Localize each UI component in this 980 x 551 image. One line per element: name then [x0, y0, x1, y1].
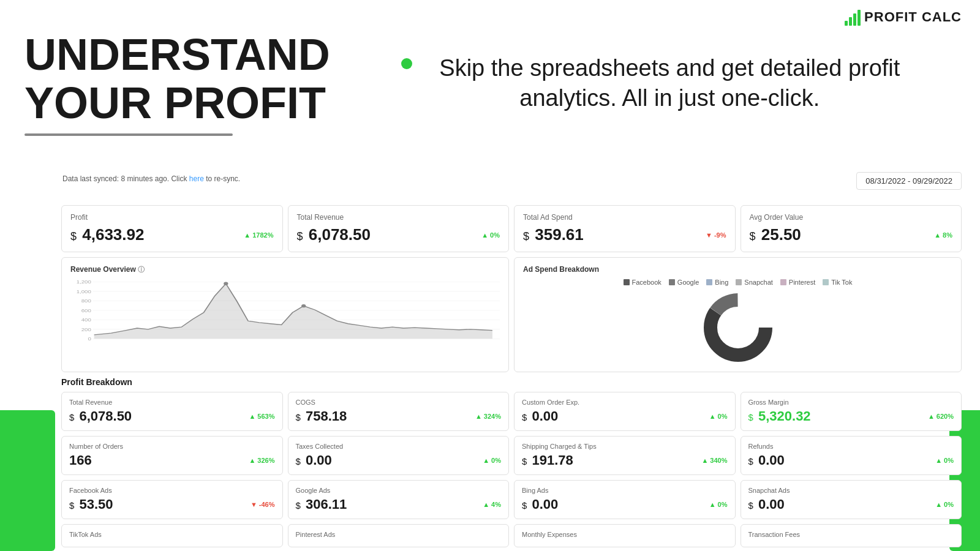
revenue-title: Revenue Overview ⓘ: [70, 265, 500, 274]
bc-refunds: Refunds $ 0.00 ▲ 0%: [741, 436, 962, 475]
hero-title-line2: YOUR PROFIT: [24, 78, 326, 127]
donut-chart: [701, 291, 775, 364]
bc-facebook-ads: Facebook Ads $ 53.50 ▼ -46%: [61, 480, 283, 519]
profit-badge: ▲ 1782%: [244, 231, 273, 239]
bc-tiktok-ads: TikTok Ads: [61, 524, 283, 547]
hero-title-line1: UNDERSTAND: [24, 30, 330, 79]
profit-breakdown-title: Profit Breakdown: [61, 377, 962, 387]
charts-row: Revenue Overview ⓘ 1,200 1,000 800: [61, 257, 962, 372]
stat-cards-row: Profit $ 4,633.92 ▲ 1782% Total Revenue …: [61, 205, 962, 252]
hero-left: UNDERSTAND YOUR PROFIT: [24, 31, 330, 136]
hero-bullet: Skip the spreadsheets and get detailed p…: [367, 53, 956, 114]
hero-section: UNDERSTAND YOUR PROFIT Skip the spreadsh…: [0, 0, 980, 148]
svg-point-15: [301, 304, 306, 307]
svg-text:200: 200: [81, 327, 91, 332]
stat-card-adspend: Total Ad Spend $ 359.61 ▼ -9%: [514, 205, 736, 252]
logo-bar-3: [853, 13, 856, 26]
svg-text:400: 400: [81, 317, 91, 323]
revenue-badge: ▲ 0%: [481, 231, 500, 239]
bc-snapchat-ads: Snapchat Ads $ 0.00 ▲ 0%: [741, 480, 962, 519]
bc-cogs: COGS $ 758.18 ▲ 324%: [288, 392, 510, 431]
stat-card-aov: Avg Order Value $ 25.50 ▲ 8%: [741, 205, 962, 252]
ad-legend: Facebook Google Bing Snapchat: [624, 279, 853, 286]
hero-underline: [24, 133, 233, 136]
legend-dot-pinterest: [780, 279, 786, 285]
revenue-label: Total Revenue: [297, 213, 500, 222]
ad-spend-title: Ad Spend Breakdown: [523, 265, 952, 274]
logo-bar-1: [845, 21, 848, 26]
legend-dot-tiktok: [823, 279, 829, 285]
bc-custom-order-exp: Custom Order Exp. $ 0.00 ▲ 0%: [514, 392, 736, 431]
bc-gross-margin: Gross Margin $ 5,320.32 ▲ 620%: [741, 392, 962, 431]
legend-dot-bing: [706, 279, 712, 285]
logo-icon: [845, 9, 861, 26]
bc-google-ads: Google Ads $ 306.11 ▲ 4%: [288, 480, 510, 519]
adspend-badge: ▼ -9%: [706, 231, 726, 239]
green-dot: [401, 58, 412, 69]
stat-card-revenue: Total Revenue $ 6,078.50 ▲ 0%: [288, 205, 510, 252]
breakdown-row-3: Facebook Ads $ 53.50 ▼ -46% Google Ads $…: [61, 480, 962, 519]
profit-currency: $: [70, 230, 77, 242]
profit-breakdown-section: Profit Breakdown Total Revenue $ 6,078.5…: [61, 377, 962, 547]
hero-right: Skip the spreadsheets and get detailed p…: [367, 53, 956, 114]
bc-taxes: Taxes Collected $ 0.00 ▲ 0%: [288, 436, 510, 475]
legend-label-facebook: Facebook: [632, 279, 662, 286]
donut-svg: [701, 291, 775, 364]
dashboard-area: Data last synced: 8 minutes ago. Click h…: [61, 174, 962, 551]
breakdown-row-2: Number of Orders 166 ▲ 326% Taxes Collec…: [61, 436, 962, 475]
revenue-chart-svg: 1,200 1,000 800 600 400 200 0: [70, 279, 500, 340]
svg-text:1,200: 1,200: [77, 279, 91, 285]
bc-monthly-expenses: Monthly Expenses: [514, 524, 736, 547]
svg-point-18: [720, 309, 756, 346]
legend-label-bing: Bing: [715, 279, 728, 286]
sync-link[interactable]: here: [189, 174, 204, 183]
legend-label-pinterest: Pinterest: [789, 279, 815, 286]
ad-spend-card: Ad Spend Breakdown Facebook Google Bing: [514, 257, 962, 372]
legend-label-tiktok: Tik Tok: [831, 279, 852, 286]
legend-label-google: Google: [677, 279, 699, 286]
bc-transaction-fees: Transaction Fees: [741, 524, 962, 547]
legend-label-snapchat: Snapchat: [744, 279, 772, 286]
logo-bar-2: [849, 17, 852, 26]
hero-description: Skip the spreadsheets and get detailed p…: [418, 53, 921, 114]
revenue-overview-card: Revenue Overview ⓘ 1,200 1,000 800: [61, 257, 509, 372]
sync-text: Data last synced: 8 minutes ago. Click: [62, 174, 187, 183]
sync-bar: Data last synced: 8 minutes ago. Click h…: [61, 174, 962, 183]
bc-pinterest-ads: Pinterest Ads: [288, 524, 510, 547]
svg-text:0: 0: [88, 336, 91, 340]
logo-bar-4: [858, 10, 861, 26]
bc-orders: Number of Orders 166 ▲ 326%: [61, 436, 283, 475]
date-range-badge[interactable]: 08/31/2022 - 09/29/2022: [856, 172, 962, 190]
legend-dot-google: [669, 279, 675, 285]
legend-google: Google: [669, 279, 699, 286]
ad-spend-area: Facebook Google Bing Snapchat: [523, 279, 952, 364]
legend-pinterest: Pinterest: [780, 279, 815, 286]
bc-shipping: Shipping Charged & Tips $ 191.78 ▲ 340%: [514, 436, 736, 475]
stat-card-profit: Profit $ 4,633.92 ▲ 1782%: [61, 205, 283, 252]
legend-facebook: Facebook: [624, 279, 662, 286]
revenue-chart: 1,200 1,000 800 600 400 200 0: [70, 279, 500, 340]
green-left-decoration: [0, 410, 55, 551]
legend-bing: Bing: [706, 279, 728, 286]
profit-label: Profit: [70, 213, 274, 222]
sync-text2: to re-sync.: [206, 174, 240, 183]
legend-dot-snapchat: [736, 279, 742, 285]
svg-text:600: 600: [81, 308, 91, 313]
svg-point-14: [224, 282, 228, 285]
logo-text: PROFIT CALC: [864, 9, 962, 25]
breakdown-row-4: TikTok Ads Pinterest Ads Monthly Expense…: [61, 524, 962, 547]
legend-tiktok: Tik Tok: [823, 279, 852, 286]
profit-amount: 4,633.92: [82, 225, 144, 244]
legend-snapchat: Snapchat: [736, 279, 772, 286]
logo-area: PROFIT CALC: [845, 9, 962, 26]
profit-value: $ 4,633.92: [70, 225, 144, 244]
revenue-value: $ 6,078.50: [297, 225, 371, 244]
bc-total-revenue: Total Revenue $ 6,078.50 ▲ 563%: [61, 392, 283, 431]
hero-title: UNDERSTAND YOUR PROFIT: [24, 31, 330, 127]
aov-badge: ▲ 8%: [934, 231, 952, 239]
legend-dot-facebook: [624, 279, 630, 285]
svg-text:1,000: 1,000: [77, 289, 91, 294]
svg-text:800: 800: [81, 298, 91, 304]
bc-bing-ads: Bing Ads $ 0.00 ▲ 0%: [514, 480, 736, 519]
breakdown-row-1: Total Revenue $ 6,078.50 ▲ 563% COGS $ 7…: [61, 392, 962, 431]
